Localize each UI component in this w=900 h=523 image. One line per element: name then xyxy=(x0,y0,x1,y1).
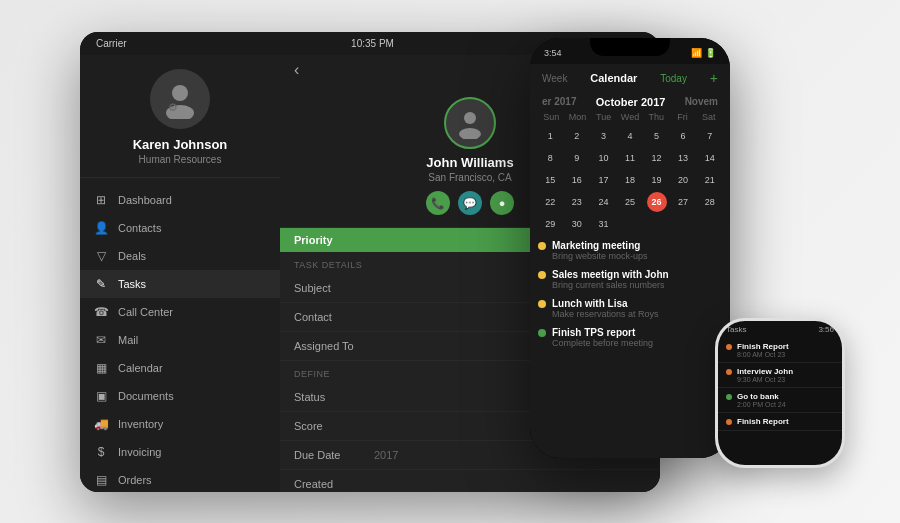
cal-day-23[interactable]: 23 xyxy=(567,192,587,212)
dashboard-label: Dashboard xyxy=(118,194,172,206)
cal-day-14[interactable]: 14 xyxy=(700,148,720,168)
watch-task-name-1: Finish Report xyxy=(737,342,789,351)
watch-task-time-3: 2:00 PM Oct 24 xyxy=(737,401,786,408)
watch-task-4[interactable]: Finish Report xyxy=(718,413,842,431)
sidebar-item-dashboard[interactable]: ⊞ Dashboard xyxy=(80,186,280,214)
documents-label: Documents xyxy=(118,390,174,402)
documents-icon: ▣ xyxy=(94,389,108,403)
sidebar-item-deals[interactable]: ▽ Deals xyxy=(80,242,280,270)
sidebar-item-call-center[interactable]: ☎ Call Center xyxy=(80,298,280,326)
watch-task-2[interactable]: Interview John 9:30 AM Oct 23 xyxy=(718,363,842,388)
event-tps[interactable]: Finish TPS report Complete before meetin… xyxy=(538,327,722,348)
watch: Tasks 3:56 Finish Report 8:00 AM Oct 23 … xyxy=(715,318,845,468)
cal-day-21[interactable]: 21 xyxy=(700,170,720,190)
sidebar: ⚙ Karen Johnson Human Resources ⊞ Dashbo… xyxy=(80,55,280,492)
cal-day-24[interactable]: 24 xyxy=(593,192,613,212)
tablet-time: 10:35 PM xyxy=(351,38,394,49)
cal-day-4[interactable]: 4 xyxy=(620,126,640,146)
cal-day-13[interactable]: 13 xyxy=(673,148,693,168)
sidebar-item-inventory[interactable]: 🚚 Inventory xyxy=(80,410,280,438)
inventory-icon: 🚚 xyxy=(94,417,108,431)
cal-day-2[interactable]: 2 xyxy=(567,126,587,146)
cal-day-6[interactable]: 6 xyxy=(673,126,693,146)
event-marketing[interactable]: Marketing meeting Bring website mock-ups xyxy=(538,240,722,261)
watch-task-3[interactable]: Go to bank 2:00 PM Oct 24 xyxy=(718,388,842,413)
cal-day-11[interactable]: 11 xyxy=(620,148,640,168)
calendar-today-button[interactable]: Today xyxy=(660,73,687,84)
cal-day-19[interactable]: 19 xyxy=(647,170,667,190)
sidebar-item-invoicing[interactable]: $ Invoicing xyxy=(80,438,280,466)
calendar-title: Calendar xyxy=(590,72,637,84)
created-label: Created xyxy=(294,478,374,490)
cal-day-16[interactable]: 16 xyxy=(567,170,587,190)
cal-day-12[interactable]: 12 xyxy=(647,148,667,168)
event-dot-lunch xyxy=(538,300,546,308)
cal-day-22[interactable]: 22 xyxy=(540,192,560,212)
cal-day-17[interactable]: 17 xyxy=(593,170,613,190)
phone-content: Week Calendar Today + er 2017 October 20… xyxy=(530,64,730,458)
cal-day-29[interactable]: 29 xyxy=(540,214,560,234)
calendar-header: Week Calendar Today + xyxy=(530,64,730,92)
contact-name: John Williams xyxy=(426,155,513,170)
calendar-add-button[interactable]: + xyxy=(710,70,718,86)
cal-day-27[interactable]: 27 xyxy=(673,192,693,212)
sidebar-item-tasks[interactable]: ✎ Tasks xyxy=(80,270,280,298)
calendar-month: er 2017 October 2017 Novem xyxy=(530,92,730,112)
cal-day-30[interactable]: 30 xyxy=(567,214,587,234)
watch-task-time-2: 9:30 AM Oct 23 xyxy=(737,376,793,383)
event-dot-sales xyxy=(538,271,546,279)
next-month[interactable]: Novem xyxy=(685,96,718,108)
cal-day-28[interactable]: 28 xyxy=(700,192,720,212)
calendar-days: 1 2 3 4 5 6 7 8 9 10 11 12 13 14 15 16 1 xyxy=(538,126,722,234)
event-title-tps: Finish TPS report xyxy=(552,327,653,338)
phone-action-button[interactable]: 📞 xyxy=(426,191,450,215)
mail-icon: ✉ xyxy=(94,333,108,347)
calendar-grid: Sun Mon Tue Wed Thu Fri Sat 1 2 3 4 5 6 … xyxy=(530,112,730,234)
phone-battery: 📶 🔋 xyxy=(691,48,716,58)
sidebar-item-contacts[interactable]: 👤 Contacts xyxy=(80,214,280,242)
watch-time: 3:56 xyxy=(818,325,834,334)
event-lunch[interactable]: Lunch with Lisa Make reservations at Roy… xyxy=(538,298,722,319)
event-subtitle-sales: Bring current sales numbers xyxy=(552,280,669,290)
watch-task-name-4: Finish Report xyxy=(737,417,789,426)
cal-day-8[interactable]: 8 xyxy=(540,148,560,168)
more-action-button[interactable]: ● xyxy=(490,191,514,215)
sidebar-item-mail[interactable]: ✉ Mail xyxy=(80,326,280,354)
sidebar-item-calendar[interactable]: ▦ Calendar xyxy=(80,354,280,382)
orders-label: Orders xyxy=(118,474,152,486)
sidebar-nav: ⊞ Dashboard 👤 Contacts ▽ Deals ✎ Tasks xyxy=(80,178,280,492)
event-sales[interactable]: Sales meetign with John Bring current sa… xyxy=(538,269,722,290)
subject-label: Subject xyxy=(294,282,374,294)
svg-point-2 xyxy=(464,112,476,124)
cal-day-10[interactable]: 10 xyxy=(593,148,613,168)
cal-day-26[interactable]: 26 xyxy=(647,192,667,212)
event-title-sales: Sales meetign with John xyxy=(552,269,669,280)
created-row: Created xyxy=(280,470,660,492)
watch-task-1[interactable]: Finish Report 8:00 AM Oct 23 xyxy=(718,338,842,363)
message-action-button[interactable]: 💬 xyxy=(458,191,482,215)
event-dot-marketing xyxy=(538,242,546,250)
cal-day-20[interactable]: 20 xyxy=(673,170,693,190)
cal-day-5[interactable]: 5 xyxy=(647,126,667,146)
prev-month[interactable]: er 2017 xyxy=(542,96,576,108)
cal-day-15[interactable]: 15 xyxy=(540,170,560,190)
sidebar-item-documents[interactable]: ▣ Documents xyxy=(80,382,280,410)
watch-task-name-2: Interview John xyxy=(737,367,793,376)
call-center-label: Call Center xyxy=(118,306,173,318)
sidebar-avatar xyxy=(150,69,210,129)
cal-day-7[interactable]: 7 xyxy=(700,126,720,146)
cal-day-9[interactable]: 9 xyxy=(567,148,587,168)
back-button[interactable]: ‹ xyxy=(294,61,299,79)
cal-day-3[interactable]: 3 xyxy=(593,126,613,146)
sidebar-item-orders[interactable]: ▤ Orders xyxy=(80,466,280,492)
cal-day-31[interactable]: 31 xyxy=(593,214,613,234)
contacts-icon: 👤 xyxy=(94,221,108,235)
contact-label: Contact xyxy=(294,311,374,323)
event-subtitle-marketing: Bring website mock-ups xyxy=(552,251,648,261)
cal-day-18[interactable]: 18 xyxy=(620,170,640,190)
cal-day-1[interactable]: 1 xyxy=(540,126,560,146)
cal-day-25[interactable]: 25 xyxy=(620,192,640,212)
gear-icon[interactable]: ⚙ xyxy=(168,101,178,114)
carrier-label: Carrier xyxy=(96,38,127,49)
calendar-week-label[interactable]: Week xyxy=(542,73,567,84)
